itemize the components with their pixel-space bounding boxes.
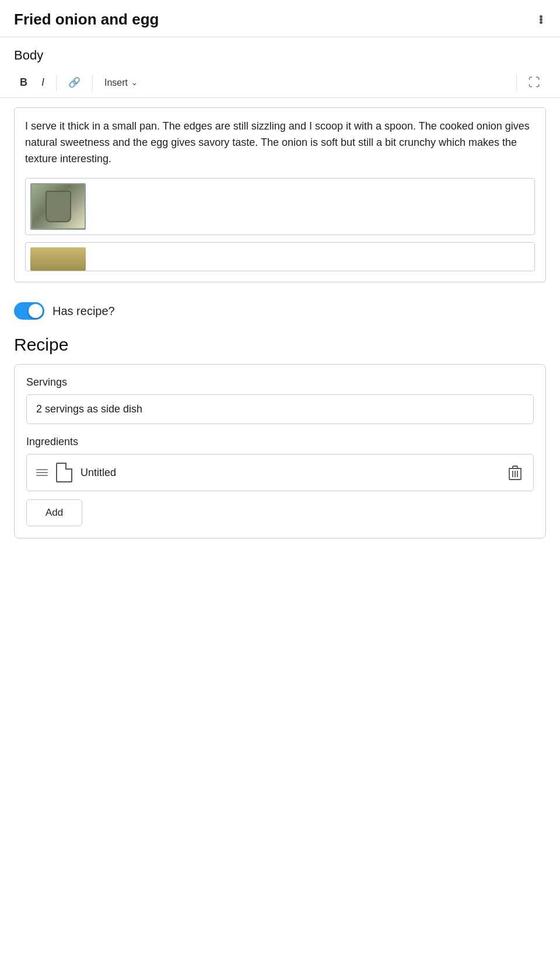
more-options-button[interactable] [536, 12, 546, 27]
image-container-2 [25, 242, 535, 271]
link-icon: 🔗 [68, 76, 80, 89]
fullscreen-icon: ⛶ [528, 76, 540, 89]
drag-handle-icon[interactable] [36, 469, 48, 476]
recipe-card: Servings Ingredients Untitled Add [14, 364, 546, 538]
image-thumbnail-2 [30, 247, 86, 271]
editor-content[interactable]: I serve it thick in a small pan. The edg… [25, 118, 535, 167]
fullscreen-button[interactable]: ⛶ [523, 72, 546, 93]
editor-toolbar: B I 🔗 Insert ⌄ ⛶ [0, 68, 560, 98]
thumbnail-inner-1 [32, 184, 85, 228]
toolbar-divider-3 [516, 75, 517, 91]
toggle-track [14, 302, 44, 320]
toolbar-divider [56, 75, 57, 91]
delete-ingredient-button[interactable] [506, 463, 524, 482]
header: Fried onion and egg [0, 0, 560, 37]
has-recipe-toggle[interactable] [14, 302, 44, 320]
document-icon [56, 463, 72, 482]
svg-rect-5 [513, 466, 517, 468]
add-ingredient-button[interactable]: Add [26, 499, 82, 526]
toggle-thumb [29, 304, 43, 318]
servings-label: Servings [26, 376, 534, 389]
image-thumbnail-1 [30, 183, 86, 230]
ingredient-item: Untitled [26, 454, 534, 491]
link-button[interactable]: 🔗 [62, 73, 86, 92]
toolbar-divider-2 [92, 75, 93, 91]
has-recipe-row: Has recipe? [0, 292, 560, 330]
chevron-down-icon: ⌄ [131, 78, 138, 87]
insert-button[interactable]: Insert ⌄ [99, 74, 144, 92]
ingredients-label: Ingredients [26, 436, 534, 448]
bold-button[interactable]: B [14, 73, 33, 92]
trash-icon [509, 465, 522, 480]
servings-input[interactable] [26, 394, 534, 424]
ingredient-name: Untitled [80, 467, 498, 479]
image-container-1 [25, 178, 535, 235]
page-title: Fried onion and egg [14, 11, 159, 29]
body-section-label: Body [0, 37, 560, 68]
italic-button[interactable]: I [36, 73, 50, 92]
has-recipe-label: Has recipe? [52, 305, 115, 318]
recipe-section-label: Recipe [0, 330, 560, 364]
editor-area[interactable]: I serve it thick in a small pan. The edg… [14, 107, 546, 282]
more-vertical-icon [540, 15, 542, 24]
